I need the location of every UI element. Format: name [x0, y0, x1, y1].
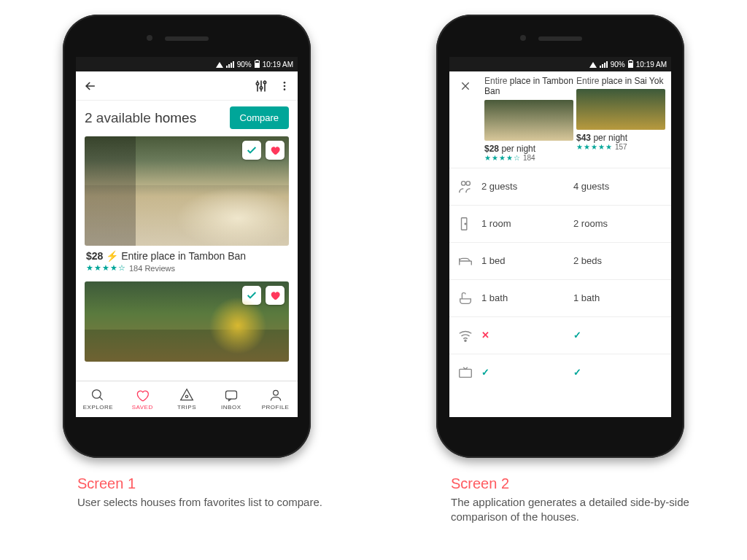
favorite-heart-icon[interactable]	[266, 286, 285, 305]
caption-desc: User selects houses from favorites list …	[77, 495, 322, 510]
front-camera	[520, 35, 526, 41]
back-arrow-icon[interactable]	[83, 79, 98, 93]
caption-1: Screen 1 User selects houses from favori…	[34, 475, 322, 510]
selected-check-icon[interactable]	[242, 286, 261, 305]
tab-label: SAVED	[132, 404, 153, 411]
name-rest: place in Sai Yok	[602, 76, 664, 86]
review-count: 157	[615, 143, 627, 151]
card-badges	[242, 286, 285, 305]
clock: 10:19 AM	[263, 61, 293, 69]
star-icons: ★★★★☆	[484, 154, 521, 162]
row-tv: ✓ ✓	[449, 354, 671, 391]
phone-frame-2: 90% 10:19 AM Entire place in Tambon Ban	[436, 15, 684, 458]
front-camera	[147, 35, 152, 41]
signal-icon	[600, 61, 608, 68]
listing-desc: Entire place in Tambon Ban	[121, 250, 246, 262]
battery-pct: 90%	[237, 61, 252, 69]
price-per: per night	[501, 144, 535, 154]
phone-frame-1: 90% 10:19 AM	[63, 15, 311, 458]
svg-point-5	[284, 88, 286, 90]
caption-heading: Screen 2	[451, 475, 713, 492]
name-prefix: Entire	[484, 76, 507, 86]
phone-1-column: 90% 10:19 AM	[34, 15, 340, 525]
tab-saved[interactable]: SAVED	[120, 381, 165, 417]
tab-label: INBOX	[221, 404, 241, 411]
close-icon[interactable]	[449, 76, 481, 162]
wifi-b: ✓	[573, 330, 665, 341]
col-b-name: Entire place in Sai Yok	[576, 76, 665, 86]
bed-icon	[449, 253, 481, 269]
listing-card-2[interactable]	[85, 281, 289, 362]
svg-point-2	[263, 81, 266, 83]
svg-point-12	[465, 223, 466, 225]
price-line: $28 ⚡ Entire place in Tambon Ban	[86, 250, 287, 262]
tv-a: ✓	[481, 367, 573, 378]
clock: 10:19 AM	[636, 61, 667, 69]
rooms-b: 2 rooms	[573, 218, 665, 229]
filters-icon[interactable]	[254, 79, 268, 93]
svg-point-13	[465, 340, 466, 341]
beds-a: 1 bed	[481, 255, 573, 266]
bottom-tab-bar: EXPLORE SAVED TRIPS INBOX	[76, 381, 298, 417]
col-a-thumb	[484, 100, 573, 141]
svg-point-10	[462, 181, 466, 185]
compare-body[interactable]: 2 guests 4 guests 1 room 2 rooms	[449, 168, 671, 417]
selected-check-icon[interactable]	[242, 141, 261, 160]
tab-trips[interactable]: TRIPS	[165, 381, 209, 417]
stage: 90% 10:19 AM	[0, 0, 747, 525]
compare-header: Entire place in Tambon Ban $28 per night…	[449, 71, 671, 168]
listing-info: $28 ⚡ Entire place in Tambon Ban ★★★★☆ 1…	[85, 246, 289, 273]
guests-icon	[449, 179, 481, 195]
svg-point-1	[260, 86, 262, 88]
beds-b: 2 beds	[573, 255, 665, 266]
listing-photo[interactable]	[85, 136, 289, 246]
wifi-a: ✕	[481, 330, 573, 341]
svg-point-9	[273, 390, 278, 395]
review-count: 184 Reviews	[129, 264, 175, 273]
bath-b: 1 bath	[573, 292, 665, 303]
row-rooms: 1 room 2 rooms	[449, 206, 671, 243]
bath-icon	[449, 290, 481, 306]
caption-desc: The application generates a detailed sid…	[451, 495, 713, 525]
tab-explore[interactable]: EXPLORE	[76, 381, 120, 417]
more-icon[interactable]	[279, 79, 290, 93]
compare-col-b[interactable]: Entire place in Sai Yok $43 per night ★★…	[576, 76, 665, 162]
tab-profile[interactable]: PROFILE	[253, 381, 298, 417]
star-icons: ★★★★☆	[86, 263, 126, 273]
listing-price: $28	[86, 250, 103, 262]
guests-a: 2 guests	[481, 181, 573, 192]
svg-rect-8	[225, 391, 236, 399]
compare-button[interactable]: Compare	[230, 106, 289, 129]
compare-col-a[interactable]: Entire place in Tambon Ban $28 per night…	[484, 76, 573, 162]
row-bath: 1 bath 1 bath	[449, 280, 671, 317]
phone-2-column: 90% 10:19 AM Entire place in Tambon Ban	[407, 15, 713, 525]
screen-1: 90% 10:19 AM	[76, 57, 298, 417]
tv-icon	[449, 365, 481, 381]
favorite-heart-icon[interactable]	[266, 141, 285, 160]
wifi-icon	[216, 61, 223, 68]
battery-icon	[255, 61, 260, 68]
svg-point-4	[284, 85, 286, 87]
tab-label: PROFILE	[262, 404, 290, 411]
row-guests: 2 guests 4 guests	[449, 168, 671, 206]
listing-photo[interactable]	[85, 281, 289, 362]
col-a-name: Entire place in Tambon Ban	[484, 76, 573, 97]
speaker-slot	[165, 36, 209, 41]
listing-card-1[interactable]: $28 ⚡ Entire place in Tambon Ban ★★★★☆ 1…	[85, 136, 289, 273]
row-wifi: ✕ ✓	[449, 317, 671, 354]
instant-book-icon: ⚡	[106, 250, 121, 262]
top-bar-actions	[254, 79, 290, 93]
tab-label: EXPLORE	[83, 404, 113, 411]
price-value: $28	[484, 144, 499, 154]
listings-feed[interactable]: $28 ⚡ Entire place in Tambon Ban ★★★★☆ 1…	[76, 136, 298, 381]
title-bar: 2 available homes Compare	[76, 101, 298, 136]
top-bar	[76, 71, 298, 101]
signal-icon	[226, 61, 234, 68]
battery-icon	[628, 61, 633, 68]
caption-heading: Screen 1	[77, 475, 322, 492]
status-bar: 90% 10:19 AM	[449, 57, 671, 71]
page-title: 2 available homes	[85, 110, 196, 126]
row-beds: 1 bed 2 beds	[449, 243, 671, 280]
svg-point-3	[284, 82, 286, 84]
tab-inbox[interactable]: INBOX	[209, 381, 253, 417]
